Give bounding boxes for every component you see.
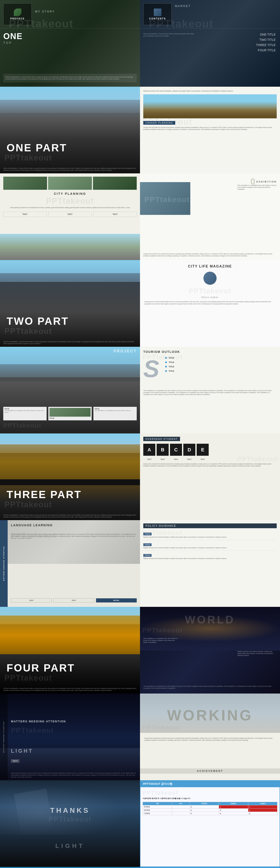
slide-notice2: PPTTAKOUT 공지사항 PPTtakeout 안녕하세요 피피티아웃입니다… — [0, 867, 140, 868]
language-body: loreary drive dominate the external envi… — [11, 533, 137, 539]
tourism-watermark: PPTtakeout — [142, 353, 183, 361]
matters-body: loreary drive dominate the external envi… — [11, 772, 137, 778]
overseas-body: loreary drive dominate the external envi… — [143, 463, 277, 467]
threepart-watermark: PPTtakeout — [4, 500, 52, 509]
world-body2: Network security is the network hardware… — [237, 651, 277, 656]
matters-title: MATTERS NEEDING ATTENTION — [11, 720, 137, 723]
overseas-letter-b: B — [157, 444, 169, 456]
notice1-row2-col5: X — [248, 809, 277, 812]
notice1-th-1: 구분 — [143, 802, 172, 805]
cityplan-title: CITY PLANNING — [3, 192, 137, 195]
overseas-text-5: TEXT — [197, 458, 209, 460]
twopart-label: TWO PART — [6, 315, 69, 327]
contents-body: Notice and destination, it means that th… — [143, 33, 196, 37]
working-title: WORKING — [140, 707, 280, 724]
notice1-row2-col3: O — [190, 809, 219, 812]
leaf-icon — [14, 8, 22, 16]
slide-citylife: CITY LIFE MAGAZINE PPTtakeout Share make… — [140, 260, 280, 347]
language-item-1: TEXT — [11, 598, 52, 602]
language-item-2: TEXT — [53, 598, 94, 602]
tourism-s-letter: S — [143, 357, 163, 388]
cityplan-item-1: TEXT — [3, 212, 47, 217]
project-watermark: PPTtakeout — [3, 422, 41, 429]
onepart-label: ONE PART — [6, 142, 67, 154]
policy-watermark: PPTtakeout — [142, 529, 183, 536]
world-body1: This competition is a competitive form w… — [143, 638, 178, 643]
contents-item-3: THREE TITLE — [256, 43, 276, 47]
twopart-watermark: PPTtakeout — [4, 327, 52, 336]
project-item-2: TITLE — [50, 417, 90, 419]
notice1-row2-col1: 유료회원 — [143, 809, 172, 812]
slide-twopart: TWO PART PPTtakeout CFR port of destinat… — [0, 260, 140, 347]
preface-body: Notice and destination. It means that th… — [5, 76, 135, 80]
notice1-th-3: 개인용도 — [190, 802, 219, 805]
notice1-row3-col4: O — [219, 812, 248, 815]
citylife-circle — [203, 272, 217, 285]
slide-world: WORLD PPTtakeout This competition is a c… — [140, 607, 280, 693]
fourpart-watermark: PPTtakeout — [4, 674, 52, 683]
working-body: loreary drive dominate the external envi… — [144, 737, 276, 741]
exhibition-body1: This competition is a competitive form w… — [237, 184, 277, 190]
contents-icon — [154, 8, 162, 16]
contents-item-2: TWO TITLE — [256, 38, 276, 41]
onepart-body: Notice and destination. It means that th… — [3, 167, 137, 171]
tourism-item-4: TITLE — [169, 370, 174, 372]
notice1-row1-col5: X — [248, 805, 277, 809]
career-body2: Loreary drive dominate the external envi… — [143, 126, 277, 130]
notice1-row1-col2 — [172, 805, 190, 809]
citylife-watermark: PPTtakeout — [144, 287, 276, 295]
slide-matters: MATTERS NEEDING ATTENTION MATTERS NEEDIN… — [0, 693, 140, 780]
notice1-row3-col1: 기업회원 — [143, 812, 172, 815]
career-watermark: PPTtakeout — [142, 117, 192, 127]
matters-text-label: TEXT — [11, 759, 20, 763]
overseas-watermark: PPTtakeout — [237, 455, 278, 463]
slide-thanks: THANKS PPTtakeout LIGHT — [0, 780, 140, 867]
notice1-row3-col2 — [172, 812, 190, 815]
overseas-letter-d: D — [183, 444, 195, 456]
notice1-row2-col4: O — [219, 809, 248, 812]
matters-subtitle: LIGHT — [11, 748, 33, 754]
language-title: LANGUAGE LEARNING — [11, 523, 53, 527]
notice1-row1-col4: X — [219, 805, 248, 809]
slide-notice3: PPTTAKOUT 공지사항 PPTtakeout 저작권 글 안녕하세요 피피… — [140, 867, 280, 868]
slide-fourpart: FOUR PART PPTtakeout CFR port of destina… — [0, 607, 140, 693]
world-title: WORLD — [140, 613, 280, 626]
tourism-title: TOURISM OUTLOOK — [143, 350, 277, 353]
world-watermark: PPTtakeout — [142, 626, 183, 634]
cityplan-watermark: PPTtakeout — [3, 196, 137, 206]
slide-overseas: OVERSEAS STUDENT A B C D E TEXT TEXT TEX… — [140, 433, 280, 520]
overseas-text-2: TEXT — [157, 458, 169, 460]
thanks-watermark: PPTtakeout — [0, 815, 140, 823]
exhibition-watermark: PPTtakeout — [144, 195, 190, 204]
overseas-letter-e: E — [197, 444, 209, 456]
thanks-subtitle: LIGHT — [0, 842, 140, 849]
matters-sidebar: MATTERS NEEDING ATTENTION — [3, 721, 5, 752]
language-sidebar: MATTERS NEEDING ATTENTION — [3, 546, 5, 581]
notice1-row1-col1: 무료회원 — [143, 805, 172, 809]
notice1-row3-col5: O — [248, 812, 277, 815]
policy-title: POLICY GUIDANCE — [143, 523, 277, 528]
slide-career: Network security is the network hardware… — [140, 87, 280, 174]
notice1-row3-col3: O — [190, 812, 219, 815]
career-body1: Network security is the network hardware… — [143, 90, 277, 92]
twopart-body: CFR port of destination: it means that t… — [3, 341, 137, 345]
citylife-title: CITY LIFE MAGAZINE — [144, 265, 276, 268]
slide-language: MATTERS NEEDING ATTENTION LANGUAGE LEARN… — [0, 520, 140, 607]
slide-exhibition: 0 EXHIBITION PPTtakeout This competition… — [140, 174, 280, 260]
cityplan-item-2: TEXT — [48, 212, 92, 217]
notice1-th-2: PPT — [172, 802, 190, 805]
slide-policy: POLICY GUIDANCE PPTtakeout TITLE Network… — [140, 520, 280, 607]
exhibition-body2: contains third elements: the external en… — [143, 253, 277, 257]
overseas-title: OVERSEAS STUDENT — [143, 437, 180, 441]
citylife-body: Housing and its environmental problems a… — [144, 301, 276, 305]
preface-subtitle: MY STORY — [35, 10, 55, 13]
cityplan-item-3: TEXT — [93, 212, 137, 217]
tourism-item-2: TITLE — [169, 361, 174, 363]
fourpart-label: FOUR PART — [6, 662, 75, 674]
overseas-text-3: TEXT — [170, 458, 182, 460]
notice1-table: 구분 PPT 개인용도 상업용도 기업용도 무료회원 O X — [143, 802, 277, 815]
slide-preface: PREFACE MY STORY PPTtakeout ONE TOP Noti… — [0, 0, 140, 87]
contents-item-4: FOUR TITLE — [256, 49, 276, 52]
policy-body-2: Network security is the network hardware… — [143, 547, 277, 551]
matters-watermark: PPTtakeout — [11, 726, 54, 734]
